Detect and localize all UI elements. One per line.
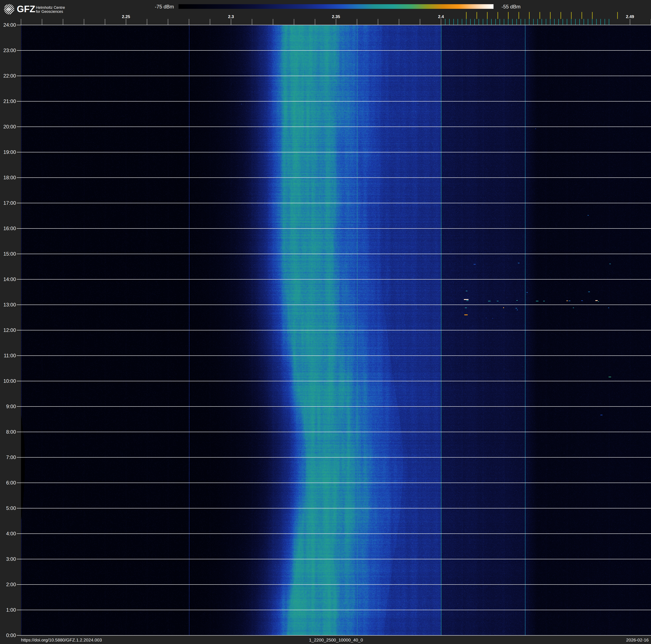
wifi-channel-tick xyxy=(571,12,571,19)
hour-gridline xyxy=(17,482,651,483)
hour-gridline xyxy=(17,304,651,305)
freq-tick xyxy=(420,19,420,25)
dataset-name: 1_2200_2500_10000_40_0 xyxy=(309,638,363,643)
ble-channel-tick xyxy=(604,19,605,25)
time-label: 4:00 xyxy=(0,531,16,536)
wifi-channel-tick xyxy=(466,12,467,19)
freq-tick xyxy=(630,19,630,25)
ble-channel-tick xyxy=(462,19,462,25)
freq-tick xyxy=(84,19,84,25)
hour-gridline xyxy=(17,50,651,51)
hour-gridline xyxy=(17,152,651,152)
time-label: 3:00 xyxy=(0,556,16,562)
wifi-channel-tick xyxy=(487,12,488,19)
time-label: 18:00 xyxy=(0,175,16,180)
wifi-channel-tick xyxy=(550,12,551,19)
freq-tick-label: 2.4 xyxy=(438,14,444,19)
hour-gridline xyxy=(17,508,651,508)
freq-tick xyxy=(315,19,315,25)
ble-channel-tick xyxy=(525,19,525,25)
freq-tick xyxy=(21,19,21,25)
ble-channel-tick xyxy=(470,19,471,25)
wifi-channel-tick xyxy=(560,12,561,19)
hour-gridline xyxy=(17,432,651,432)
date-label: 2026-02-16 xyxy=(626,638,649,643)
freq-tick xyxy=(399,19,399,25)
freq-tick-label: 2.49 xyxy=(626,14,634,19)
gfz-logo: GFZ Helmholtz Centre for Geosciences xyxy=(0,0,90,21)
freq-tick xyxy=(273,19,273,25)
ble-channel-tick xyxy=(454,19,454,25)
hour-gridline xyxy=(17,330,651,330)
hour-gridline xyxy=(17,177,651,178)
time-label: 20:00 xyxy=(0,124,16,130)
hour-gridline xyxy=(17,101,651,101)
ble-channel-tick xyxy=(563,19,563,25)
freq-tick xyxy=(168,19,168,25)
ble-channel-tick xyxy=(541,19,542,25)
ble-channel-tick xyxy=(458,19,458,25)
footer-bar: https://doi.org/10.5880/GFZ.1.2.2024.003… xyxy=(0,636,651,644)
freq-tick xyxy=(378,19,378,25)
hour-gridline xyxy=(17,635,651,636)
wifi-channel-tick xyxy=(592,12,593,19)
ble-channel-tick xyxy=(550,19,551,25)
ble-channel-tick xyxy=(533,19,534,25)
time-label: 11:00 xyxy=(0,353,16,358)
ble-channel-tick xyxy=(596,19,597,25)
wifi-channel-tick xyxy=(519,12,519,19)
ble-channel-tick xyxy=(567,19,567,25)
ble-channel-tick xyxy=(609,19,610,25)
ble-channel-tick xyxy=(575,19,576,25)
time-label: 19:00 xyxy=(0,149,16,155)
ble-channel-tick xyxy=(537,19,538,25)
ble-channel-tick xyxy=(588,19,588,25)
ble-channel-tick xyxy=(584,19,584,25)
ble-channel-tick xyxy=(546,19,547,25)
wifi-channel-tick xyxy=(582,12,582,19)
hour-gridline xyxy=(17,406,651,407)
freq-tick-label: 2.35 xyxy=(332,14,340,19)
wifi-channel-tick xyxy=(539,12,540,19)
hour-gridline xyxy=(17,126,651,127)
time-label: 0:00 xyxy=(0,633,16,638)
ble-channel-tick xyxy=(474,19,475,25)
logo-acronym: GFZ xyxy=(17,4,35,14)
freq-tick xyxy=(294,19,294,25)
ble-channel-tick xyxy=(487,19,488,25)
freq-tick xyxy=(105,19,105,25)
ble-channel-tick xyxy=(478,19,479,25)
ble-channel-tick xyxy=(517,19,517,25)
freq-tick-label: 2.25 xyxy=(122,14,130,19)
ble-channel-tick xyxy=(579,19,580,25)
wifi-channel-tick xyxy=(529,12,530,19)
time-label: 8:00 xyxy=(0,429,16,435)
time-label: 10:00 xyxy=(0,378,16,384)
ble-channel-tick xyxy=(508,19,508,25)
hour-gridline xyxy=(17,228,651,229)
ble-channel-tick xyxy=(483,19,484,25)
freq-tick-label: 2.3 xyxy=(228,14,234,19)
time-label: 13:00 xyxy=(0,302,16,308)
freq-tick xyxy=(63,19,63,25)
freq-tick xyxy=(252,19,252,25)
time-label: 14:00 xyxy=(0,276,16,282)
wifi-channel-tick xyxy=(617,12,618,19)
time-label: 9:00 xyxy=(0,404,16,409)
doi-text: https://doi.org/10.5880/GFZ.1.2.2024.003 xyxy=(21,638,102,643)
logo-subtitle-line2: for Geosciences xyxy=(36,9,63,14)
spectrogram-page: GFZ Helmholtz Centre for Geosciences -75… xyxy=(0,0,651,644)
ble-channel-tick xyxy=(512,19,513,25)
ble-channel-tick xyxy=(558,19,559,25)
hour-gridline xyxy=(17,610,651,610)
freq-tick xyxy=(336,19,336,25)
ble-channel-tick xyxy=(554,19,555,25)
ble-channel-tick xyxy=(592,19,593,25)
ble-channel-tick xyxy=(504,19,504,25)
time-label: 23:00 xyxy=(0,48,16,53)
freq-tick xyxy=(42,19,42,25)
ble-channel-tick xyxy=(491,19,492,25)
time-label: 2:00 xyxy=(0,582,16,587)
ble-channel-tick xyxy=(571,19,571,25)
hour-gridline xyxy=(17,254,651,254)
